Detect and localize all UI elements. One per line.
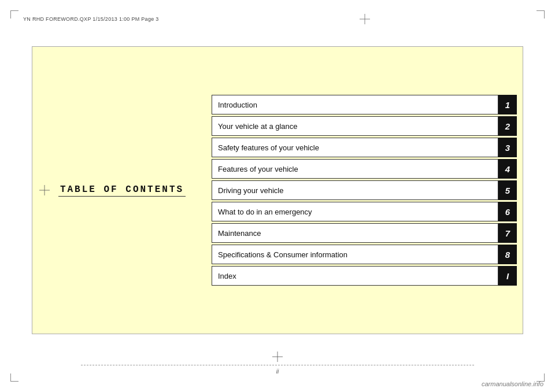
menu-row[interactable]: IndexI (212, 266, 517, 286)
crosshair-top-right-icon (360, 14, 370, 24)
corner-mark-tl (10, 10, 18, 19)
menu-area: Introduction1Your vehicle at a glance2Sa… (212, 58, 523, 322)
menu-number-4: 4 (498, 159, 517, 179)
main-content-area: TABLE OF CONTENTS Introduction1Your vehi… (32, 46, 523, 334)
menu-row[interactable]: What to do in an emergency6 (212, 202, 517, 221)
menu-number-7: 7 (498, 223, 517, 243)
corner-mark-bl (10, 373, 18, 382)
menu-row[interactable]: Introduction1 (212, 95, 517, 114)
menu-item-8[interactable]: Specifications & Consumer information (212, 245, 498, 264)
crosshair-bottom-icon (272, 352, 283, 362)
menu-item-9[interactable]: Index (212, 266, 498, 286)
toc-title: TABLE OF CONTENTS (60, 184, 184, 195)
header-bar: YN RHD FOREWORD.QXP 1/15/2013 1:00 PM Pa… (23, 16, 532, 22)
menu-number-3: 3 (498, 138, 517, 157)
menu-number-9: I (498, 266, 517, 286)
corner-mark-tr (536, 10, 545, 19)
bottom-area: ii (0, 365, 555, 375)
watermark: carmanualsonline.info (482, 380, 543, 387)
menu-item-2[interactable]: Your vehicle at a glance (212, 116, 498, 136)
menu-row[interactable]: Your vehicle at a glance2 (212, 116, 517, 136)
menu-number-6: 6 (498, 202, 517, 221)
crosshair-left-icon (39, 185, 50, 195)
menu-number-5: 5 (498, 180, 517, 200)
menu-row[interactable]: Features of your vehicle4 (212, 159, 517, 179)
toc-label-area: TABLE OF CONTENTS (32, 47, 212, 334)
menu-number-2: 2 (498, 116, 517, 136)
page-number: ii (276, 368, 279, 375)
toc-underline (58, 196, 186, 197)
dashed-line (81, 365, 474, 365)
menu-number-8: 8 (498, 245, 517, 264)
menu-item-1[interactable]: Introduction (212, 95, 498, 114)
menu-item-3[interactable]: Safety features of your vehicle (212, 138, 498, 157)
menu-number-1: 1 (498, 95, 517, 114)
menu-row[interactable]: Specifications & Consumer information8 (212, 245, 517, 264)
menu-row[interactable]: Maintenance7 (212, 223, 517, 243)
menu-item-6[interactable]: What to do in an emergency (212, 202, 498, 221)
menu-row[interactable]: Driving your vehicle5 (212, 180, 517, 200)
menu-item-5[interactable]: Driving your vehicle (212, 180, 498, 200)
menu-row[interactable]: Safety features of your vehicle3 (212, 138, 517, 157)
menu-item-4[interactable]: Features of your vehicle (212, 159, 498, 179)
menu-item-7[interactable]: Maintenance (212, 223, 498, 243)
header-text: YN RHD FOREWORD.QXP 1/15/2013 1:00 PM Pa… (23, 16, 159, 22)
